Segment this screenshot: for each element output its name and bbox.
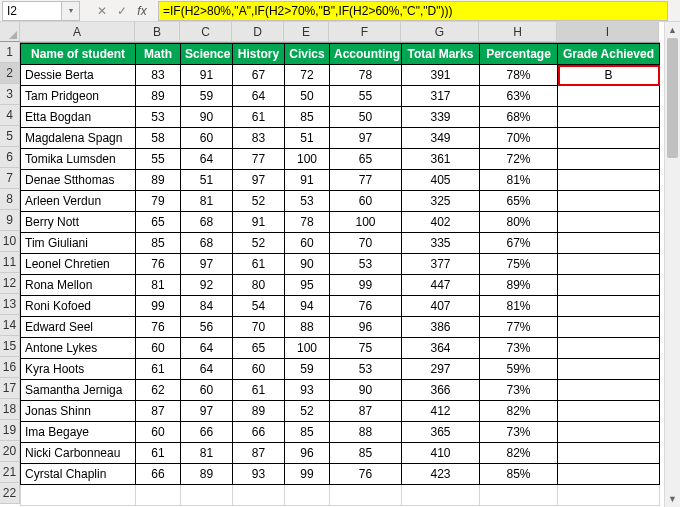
scroll-down-icon[interactable]: ▼ bbox=[665, 491, 680, 507]
cell[interactable]: 60 bbox=[285, 233, 330, 254]
row-header-6[interactable]: 6 bbox=[0, 147, 20, 168]
column-header-A[interactable]: A bbox=[20, 22, 135, 42]
cell[interactable]: Tomika Lumsden bbox=[21, 149, 136, 170]
cell[interactable]: 93 bbox=[233, 464, 285, 485]
cell[interactable]: 53 bbox=[285, 191, 330, 212]
cell[interactable]: 72 bbox=[285, 65, 330, 86]
cell[interactable]: 53 bbox=[330, 254, 402, 275]
cell[interactable] bbox=[181, 485, 233, 506]
cell[interactable]: 99 bbox=[136, 296, 181, 317]
cell[interactable]: 65 bbox=[330, 149, 402, 170]
cell[interactable]: 64 bbox=[181, 359, 233, 380]
row-header-21[interactable]: 21 bbox=[0, 462, 20, 483]
cell[interactable]: 88 bbox=[330, 422, 402, 443]
column-header-G[interactable]: G bbox=[401, 22, 479, 42]
cell[interactable]: 89 bbox=[136, 86, 181, 107]
cell[interactable]: 100 bbox=[285, 338, 330, 359]
cell[interactable]: 77 bbox=[330, 170, 402, 191]
row-header-2[interactable]: 2 bbox=[0, 63, 20, 84]
cell[interactable] bbox=[21, 485, 136, 506]
confirm-formula-icon[interactable]: ✓ bbox=[112, 1, 132, 21]
column-header-I[interactable]: I bbox=[557, 22, 659, 42]
row-header-1[interactable]: 1 bbox=[0, 42, 20, 63]
cell[interactable]: 54 bbox=[233, 296, 285, 317]
cell[interactable]: 78 bbox=[285, 212, 330, 233]
cell[interactable]: 60 bbox=[181, 128, 233, 149]
cell[interactable] bbox=[285, 485, 330, 506]
cell[interactable] bbox=[558, 443, 660, 464]
cell[interactable]: 60 bbox=[181, 380, 233, 401]
cell[interactable]: Antone Lykes bbox=[21, 338, 136, 359]
cell[interactable]: 100 bbox=[330, 212, 402, 233]
cell[interactable]: 51 bbox=[285, 128, 330, 149]
cell[interactable]: 96 bbox=[285, 443, 330, 464]
select-all-corner[interactable] bbox=[0, 22, 20, 42]
cell[interactable]: 81 bbox=[136, 275, 181, 296]
cell[interactable]: 99 bbox=[285, 464, 330, 485]
cell[interactable]: Cyrstal Chaplin bbox=[21, 464, 136, 485]
cell[interactable]: 66 bbox=[233, 422, 285, 443]
cell[interactable]: 85 bbox=[136, 233, 181, 254]
row-header-12[interactable]: 12 bbox=[0, 273, 20, 294]
cell[interactable]: 447 bbox=[402, 275, 480, 296]
column-header-F[interactable]: F bbox=[329, 22, 401, 42]
cell[interactable]: 64 bbox=[233, 86, 285, 107]
row-header-4[interactable]: 4 bbox=[0, 105, 20, 126]
cell[interactable]: 91 bbox=[181, 65, 233, 86]
cell[interactable] bbox=[558, 296, 660, 317]
cell[interactable]: 60 bbox=[136, 422, 181, 443]
cell[interactable]: 76 bbox=[330, 296, 402, 317]
cell[interactable] bbox=[558, 233, 660, 254]
cell[interactable] bbox=[558, 401, 660, 422]
cell[interactable]: 75 bbox=[330, 338, 402, 359]
cell[interactable]: 63% bbox=[480, 86, 558, 107]
cell[interactable] bbox=[558, 275, 660, 296]
cell[interactable]: 391 bbox=[402, 65, 480, 86]
table-header[interactable]: Percentage bbox=[480, 44, 558, 65]
cell[interactable]: 68% bbox=[480, 107, 558, 128]
cell[interactable]: 73% bbox=[480, 338, 558, 359]
cell[interactable]: 97 bbox=[233, 170, 285, 191]
column-header-E[interactable]: E bbox=[284, 22, 329, 42]
cell[interactable]: 58 bbox=[136, 128, 181, 149]
scrollbar-track[interactable] bbox=[665, 38, 680, 491]
row-header-9[interactable]: 9 bbox=[0, 210, 20, 231]
cell[interactable]: Tim Giuliani bbox=[21, 233, 136, 254]
cell[interactable] bbox=[136, 485, 181, 506]
cell[interactable]: 97 bbox=[181, 254, 233, 275]
cancel-formula-icon[interactable]: ✕ bbox=[92, 1, 112, 21]
row-header-18[interactable]: 18 bbox=[0, 399, 20, 420]
cell[interactable]: Rona Mellon bbox=[21, 275, 136, 296]
row-header-8[interactable]: 8 bbox=[0, 189, 20, 210]
cell[interactable]: 56 bbox=[181, 317, 233, 338]
cell[interactable]: 65 bbox=[136, 212, 181, 233]
cell[interactable]: 70 bbox=[330, 233, 402, 254]
cell[interactable]: 90 bbox=[181, 107, 233, 128]
cell[interactable] bbox=[558, 464, 660, 485]
cell[interactable]: 78% bbox=[480, 65, 558, 86]
formula-bar-input[interactable]: =IF(H2>80%,"A",IF(H2>70%,"B",IF(H2>60%,"… bbox=[158, 1, 668, 21]
cell[interactable]: 377 bbox=[402, 254, 480, 275]
cell[interactable]: 80% bbox=[480, 212, 558, 233]
cell[interactable] bbox=[480, 485, 558, 506]
cell[interactable] bbox=[558, 86, 660, 107]
cell[interactable]: 59 bbox=[285, 359, 330, 380]
cell[interactable]: 70% bbox=[480, 128, 558, 149]
table-header[interactable]: Accounting bbox=[330, 44, 402, 65]
row-header-17[interactable]: 17 bbox=[0, 378, 20, 399]
cell[interactable]: 361 bbox=[402, 149, 480, 170]
cell[interactable]: 364 bbox=[402, 338, 480, 359]
cell[interactable]: 81% bbox=[480, 170, 558, 191]
row-header-10[interactable]: 10 bbox=[0, 231, 20, 252]
cell[interactable]: 61 bbox=[136, 443, 181, 464]
cell[interactable]: 87 bbox=[136, 401, 181, 422]
cell[interactable]: B bbox=[558, 65, 660, 86]
cell[interactable]: 76 bbox=[330, 464, 402, 485]
cell[interactable]: Berry Nott bbox=[21, 212, 136, 233]
cell[interactable]: Arleen Verdun bbox=[21, 191, 136, 212]
table-header[interactable]: Science bbox=[181, 44, 233, 65]
cell[interactable] bbox=[558, 128, 660, 149]
cell[interactable] bbox=[558, 359, 660, 380]
cell[interactable] bbox=[233, 485, 285, 506]
cell[interactable]: 89 bbox=[136, 170, 181, 191]
